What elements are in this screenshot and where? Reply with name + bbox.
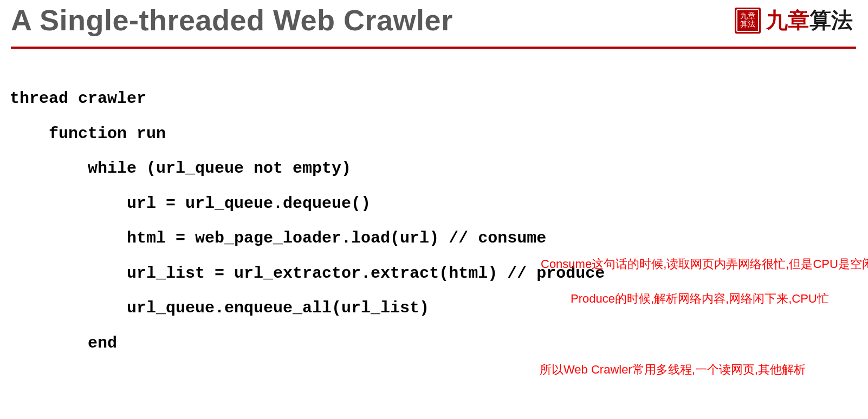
code-line-2: function run <box>10 125 166 143</box>
code-line-1: thread crawler <box>10 89 146 108</box>
code-block: thread crawler function run while (url_q… <box>10 81 868 361</box>
code-line-4: url = url_queue.dequeue() <box>10 194 371 213</box>
code-line-5: html = web_page_loader.load(url) // cons… <box>10 229 546 247</box>
brand-logo: 九章算法 九章算法 <box>735 5 853 35</box>
logo-seal-icon: 九章算法 <box>735 8 761 34</box>
logo-text-black: 算法 <box>809 8 853 32</box>
annotation-produce: Produce的时候,解析网络内容,网络闲下来,CPU忙 <box>571 291 829 307</box>
header: A Single-threaded Web Crawler 九章算法 九章算法 <box>0 0 868 37</box>
code-line-6: url_list = url_extractor.extract(html) /… <box>10 264 605 283</box>
logo-text-red: 九章 <box>766 8 809 32</box>
slide: A Single-threaded Web Crawler 九章算法 九章算法 … <box>0 0 868 419</box>
code-line-3: while (url_queue not empty) <box>10 159 351 178</box>
code-line-7: url_queue.enqueue_all(url_list) <box>10 299 429 317</box>
annotation-summary: 所以Web Crawler常用多线程,一个读网页,其他解析 <box>540 362 806 378</box>
code-line-8: end <box>10 334 117 352</box>
annotation-consume: Consume这句话的时候,读取网页内弄网络很忙,但是CPU是空闲的 <box>541 256 868 272</box>
logo-text: 九章算法 <box>766 5 853 35</box>
slide-title: A Single-threaded Web Crawler <box>11 3 857 37</box>
content-area: thread crawler function run while (url_q… <box>0 49 868 361</box>
